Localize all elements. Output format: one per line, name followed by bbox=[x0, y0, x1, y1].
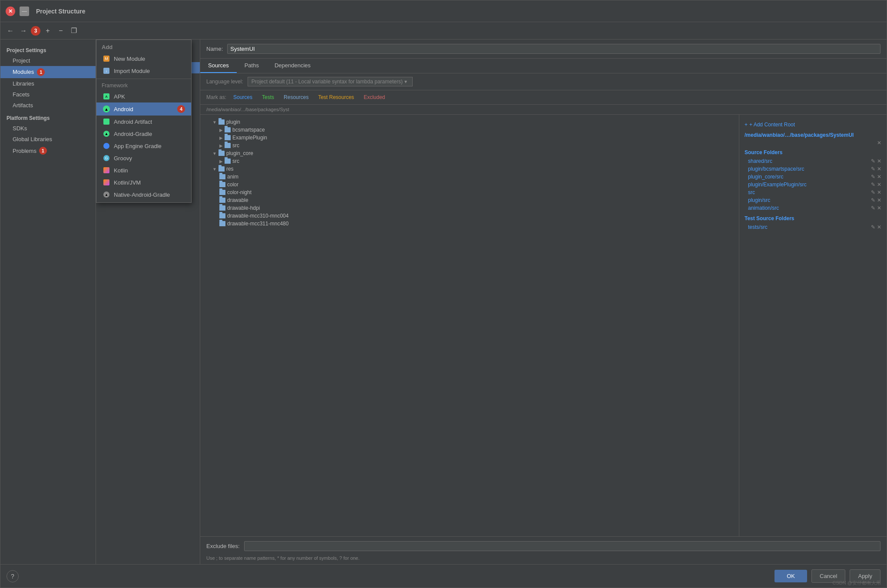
edit-source-folder[interactable]: ✎ bbox=[871, 205, 875, 211]
problems-badge: 1 bbox=[39, 147, 47, 155]
add-menu-item-android-gradle[interactable]: ▲ Android-Gradle bbox=[96, 128, 191, 140]
edit-source-folder[interactable]: ✎ bbox=[871, 166, 875, 172]
sidebar-item-modules[interactable]: Modules 1 bbox=[0, 66, 96, 78]
add-menu-item-appengine[interactable]: App Engine Gradle bbox=[96, 140, 191, 152]
copy-button[interactable]: ❐ bbox=[68, 25, 79, 36]
remove-source-folder[interactable]: ✕ bbox=[877, 182, 881, 188]
add-menu-item-import-module[interactable]: ↓ Import Module bbox=[96, 65, 191, 77]
content-bar-sources[interactable]: Sources bbox=[231, 93, 255, 102]
import-module-icon: ↓ bbox=[103, 67, 110, 74]
exclude-label: Exclude files: bbox=[206, 543, 240, 549]
add-menu: Add M New Module ↓ Import Module bbox=[96, 40, 192, 203]
edit-source-folder[interactable]: ✎ bbox=[871, 197, 875, 203]
remove-source-folder[interactable]: ✕ bbox=[877, 189, 881, 195]
sidebar: Project Settings Project Modules 1 Libra… bbox=[0, 40, 96, 564]
sidebar-item-sdks[interactable]: SDKs bbox=[0, 123, 96, 134]
minimize-button[interactable]: — bbox=[20, 7, 29, 16]
close-root-button[interactable]: ✕ bbox=[877, 140, 881, 146]
edit-source-folder[interactable]: ✎ bbox=[871, 189, 875, 195]
add-menu-item-kotlin-jvm[interactable]: Kotlin/JVM bbox=[96, 176, 191, 188]
tab-dependencies[interactable]: Dependencies bbox=[267, 59, 318, 73]
content-mark-label: Mark as: bbox=[206, 94, 226, 100]
expand-icon: ▼ bbox=[212, 151, 217, 156]
expand-icon: ▶ bbox=[219, 143, 223, 148]
source-folder-plugin-bc: plugin/bcsmartspace/src ✎ ✕ bbox=[739, 165, 887, 173]
exclude-input[interactable] bbox=[244, 541, 880, 551]
name-row: Name: bbox=[200, 40, 887, 59]
exclude-row: Exclude files: bbox=[200, 536, 887, 555]
remove-source-folder[interactable]: ✕ bbox=[877, 174, 881, 180]
edit-source-folder[interactable]: ✎ bbox=[871, 158, 875, 164]
toolbar: ← → 3 + − ❐ bbox=[0, 22, 887, 40]
sidebar-item-project[interactable]: Project bbox=[0, 55, 96, 66]
edit-source-folder[interactable]: ✎ bbox=[871, 182, 875, 188]
sidebar-item-global-libraries[interactable]: Global Libraries bbox=[0, 134, 96, 145]
add-menu-item-apk[interactable]: A APK bbox=[96, 90, 191, 102]
add-menu-item-native[interactable]: ▲ Native-Android-Gradle bbox=[96, 188, 191, 201]
close-button[interactable]: ✕ bbox=[6, 7, 15, 16]
tree-res[interactable]: ▼ res bbox=[200, 165, 739, 173]
remove-test-source-folder[interactable]: ✕ bbox=[877, 224, 881, 230]
kotlin-jvm-icon bbox=[103, 179, 110, 186]
tree-plugin[interactable]: ▼ plugin bbox=[200, 118, 739, 126]
sdk-note: Language level: bbox=[206, 79, 243, 85]
add-menu-item-kotlin[interactable]: Kotlin bbox=[96, 164, 191, 176]
tree-src-1[interactable]: ▶ src bbox=[200, 142, 739, 149]
add-menu-item-groovy[interactable]: G Groovy bbox=[96, 152, 191, 164]
tree-bcsmartspace[interactable]: ▶ bcsmartspace bbox=[200, 126, 739, 134]
add-menu-item-android[interactable]: ▲ Android 4 bbox=[96, 102, 191, 116]
source-folder-shared-src: shared/src ✎ ✕ bbox=[739, 157, 887, 165]
tree-plugin-core[interactable]: ▼ plugin_core bbox=[200, 149, 739, 157]
sidebar-item-libraries[interactable]: Libraries bbox=[0, 78, 96, 89]
expand-icon: ▼ bbox=[212, 167, 217, 172]
tab-sources[interactable]: Sources bbox=[200, 59, 237, 73]
add-button[interactable]: + bbox=[42, 25, 53, 36]
tree-color-night[interactable]: color-night bbox=[200, 188, 739, 196]
sources-panel: + + Add Content Root /media/wanbiao/…/ba… bbox=[739, 115, 887, 536]
remove-source-folder[interactable]: ✕ bbox=[877, 197, 881, 203]
sidebar-item-problems[interactable]: Problems 1 bbox=[0, 145, 96, 157]
project-settings-title: Project Settings bbox=[0, 44, 96, 55]
content-bar-test-resources[interactable]: Test Resources bbox=[315, 93, 357, 102]
tree-drawable-mcc310[interactable]: drawable-mcc310-mnc004 bbox=[200, 212, 739, 220]
remove-source-folder[interactable]: ✕ bbox=[877, 158, 881, 164]
add-content-root-button[interactable]: + + Add Content Root bbox=[739, 119, 887, 130]
content-bar-tests[interactable]: Tests bbox=[259, 93, 277, 102]
tab-paths[interactable]: Paths bbox=[237, 59, 267, 73]
back-button[interactable]: ← bbox=[5, 25, 16, 36]
sidebar-item-facets[interactable]: Facets bbox=[0, 89, 96, 100]
ok-button[interactable]: OK bbox=[774, 570, 807, 582]
sdk-dropdown[interactable]: Project default (11 - Local variable syn… bbox=[248, 77, 413, 86]
tree-src-2[interactable]: ▶ src bbox=[200, 157, 739, 165]
source-folder-plugin-src: plugin/src ✎ ✕ bbox=[739, 196, 887, 204]
tree-drawable[interactable]: drawable bbox=[200, 196, 739, 204]
help-button[interactable]: ? bbox=[7, 570, 19, 582]
content-bar-excluded[interactable]: Excluded bbox=[361, 93, 387, 102]
tree-anim[interactable]: anim bbox=[200, 173, 739, 181]
tree-drawable-mcc311[interactable]: drawable-mcc311-mnc480 bbox=[200, 220, 739, 228]
content-bar-resources[interactable]: Resources bbox=[281, 93, 311, 102]
android-artifact-icon bbox=[103, 118, 110, 125]
remove-source-folder[interactable]: ✕ bbox=[877, 166, 881, 172]
tree-exampleplugin[interactable]: ▶ ExamplePlugin bbox=[200, 134, 739, 142]
edit-test-source-folder[interactable]: ✎ bbox=[871, 224, 875, 230]
tree-color[interactable]: color bbox=[200, 181, 739, 188]
sidebar-item-artifacts[interactable]: Artifacts bbox=[0, 100, 96, 111]
name-input[interactable] bbox=[227, 44, 880, 54]
add-menu-item-android-artifact[interactable]: Android Artifact bbox=[96, 116, 191, 128]
exclude-hint: Use ; to separate name patterns, * for a… bbox=[200, 555, 887, 564]
native-icon: ▲ bbox=[103, 191, 110, 198]
add-menu-item-new-module[interactable]: M New Module bbox=[96, 53, 191, 65]
edit-source-folder[interactable]: ✎ bbox=[871, 174, 875, 180]
expand-icon: ▼ bbox=[212, 120, 217, 125]
title-bar: ✕ — Project Structure bbox=[0, 0, 887, 22]
folder-icon bbox=[225, 143, 231, 148]
remove-source-folder[interactable]: ✕ bbox=[877, 205, 881, 211]
forward-button[interactable]: → bbox=[18, 25, 29, 36]
folder-icon bbox=[218, 151, 225, 156]
tree-drawable-hdpi[interactable]: drawable-hdpi bbox=[200, 204, 739, 212]
folder-icon bbox=[225, 159, 231, 164]
window: ✕ — Project Structure ← → 3 + − ❐ Projec… bbox=[0, 0, 887, 588]
new-module-icon: M bbox=[103, 55, 110, 62]
minus-button[interactable]: − bbox=[55, 25, 66, 36]
